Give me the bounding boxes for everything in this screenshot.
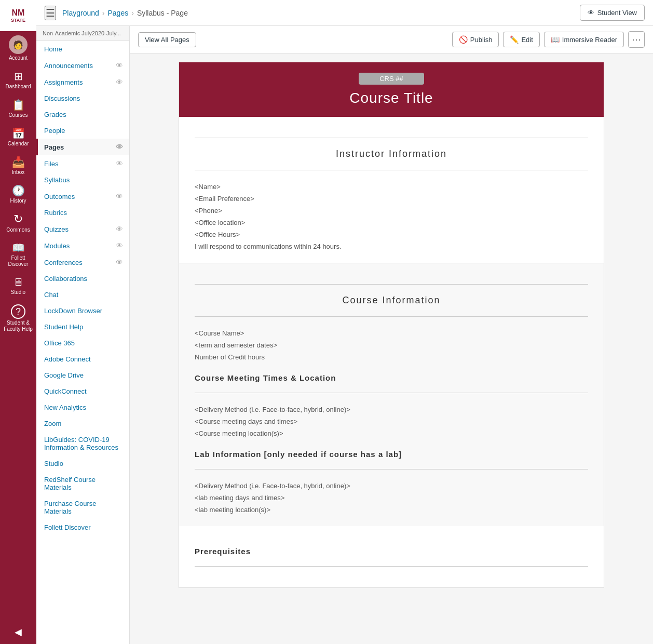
course-nav-newanalytics[interactable]: New Analytics (36, 399, 129, 415)
divider-6 (195, 469, 588, 469)
nav-label-calendar: Calendar (8, 141, 29, 147)
course-nav-zoom-label: Zoom (44, 420, 61, 427)
course-nav-announcements[interactable]: Announcements 👁 (36, 57, 129, 74)
course-nav-collaborations[interactable]: Collaborations (36, 271, 129, 287)
course-info-heading: Course Information (195, 295, 588, 306)
breadcrumb-sep-2: › (131, 9, 134, 17)
meeting-location-field: <Course meeting location(s)> (195, 427, 588, 439)
course-nav-syllabus[interactable]: Syllabus (36, 172, 129, 188)
breadcrumb-current: Syllabus - Page (137, 9, 188, 17)
course-nav-assignments-label: Assignments (44, 78, 83, 86)
nav-label-account: Account (9, 55, 28, 61)
nav-item-calendar[interactable]: 📅 Calendar (0, 123, 36, 151)
modules-visibility-icon: 👁 (116, 242, 123, 250)
course-credits-field: Number of Credit hours (195, 351, 588, 363)
nav-item-history[interactable]: 🕐 History (0, 180, 36, 208)
breadcrumb: Playground › Pages › Syllabus - Page (62, 9, 188, 17)
more-options-button[interactable]: ⋯ (628, 31, 645, 48)
history-icon: 🕐 (12, 184, 25, 197)
course-nav-follett2-label: Follett Discover (44, 524, 91, 531)
hamburger-button[interactable]: ☰ (45, 6, 56, 20)
nav-label-courses: Courses (8, 112, 28, 118)
nav-label-studio: Studio (11, 289, 25, 296)
breadcrumb-sep-1: › (102, 9, 105, 17)
course-nav-lockdown[interactable]: LockDown Browser (36, 303, 129, 319)
publish-label: Publish (470, 36, 493, 44)
page-content: CRS ## Course Title Instructor Informati… (179, 62, 604, 588)
course-nav-discussions-label: Discussions (44, 95, 80, 102)
course-nav-quickconnect[interactable]: QuickConnect (36, 383, 129, 399)
view-all-pages-label: View All Pages (145, 36, 189, 44)
breadcrumb-pages[interactable]: Pages (108, 9, 129, 17)
quizzes-visibility-icon: 👁 (116, 225, 123, 233)
course-nav-modules-label: Modules (44, 242, 70, 250)
toolbar-right: 🚫 Publish ✏️ Edit 📖 Immersive Reader ⋯ (452, 31, 645, 48)
course-nav-rubrics[interactable]: Rubrics (36, 205, 129, 221)
lab-days-field: <lab meeting days and times> (195, 492, 588, 504)
course-nav-conferences-label: Conferences (44, 259, 83, 266)
more-options-icon: ⋯ (632, 34, 641, 45)
course-nav-adobeconnect[interactable]: Adobe Connect (36, 351, 129, 367)
course-nav-purchase[interactable]: Purchase Course Materials (36, 495, 129, 519)
immersive-reader-label: Immersive Reader (562, 36, 617, 44)
top-bar: ☰ Playground › Pages › Syllabus - Page 👁… (36, 0, 653, 26)
prerequisites-heading: Prerequisites (195, 547, 588, 556)
course-nav-office365[interactable]: Office 365 (36, 335, 129, 351)
course-nav-studenthelp-label: Student Help (44, 323, 83, 331)
courses-icon: 📋 (12, 99, 25, 111)
course-nav-grades[interactable]: Grades (36, 106, 129, 123)
student-view-button[interactable]: 👁 Student View (580, 5, 645, 21)
course-nav-googledrive[interactable]: Google Drive (36, 367, 129, 383)
course-nav-pages[interactable]: Pages 👁 (36, 139, 129, 155)
view-all-pages-button[interactable]: View All Pages (138, 32, 196, 47)
course-nav-modules[interactable]: Modules 👁 (36, 237, 129, 254)
nav-item-courses[interactable]: 📋 Courses (0, 94, 36, 123)
course-nav-follett2[interactable]: Follett Discover (36, 519, 129, 535)
nav-item-account[interactable]: 🧑 Account (0, 31, 36, 65)
course-nav-studenthelp[interactable]: Student Help (36, 319, 129, 335)
nav-item-follett[interactable]: 📖 Follett Discover (0, 237, 36, 272)
edit-icon: ✏️ (510, 35, 519, 44)
nav-item-commons[interactable]: ↻ Commons (0, 208, 36, 237)
course-nav-outcomes[interactable]: Outcomes 👁 (36, 188, 129, 205)
course-nav-home-label: Home (44, 45, 62, 53)
course-nav-home[interactable]: Home (36, 41, 129, 57)
course-nav-people[interactable]: People (36, 123, 129, 139)
commons-icon: ↻ (13, 212, 23, 226)
course-nav-redshelf[interactable]: RedShelf Course Materials (36, 472, 129, 495)
nav-item-inbox[interactable]: 📥 Inbox (0, 151, 36, 180)
course-nav-studio2[interactable]: Studio (36, 455, 129, 472)
page-header: CRS ## Course Title (179, 62, 604, 117)
instructor-info-heading: Instructor Information (195, 149, 588, 159)
nav-label-help: Student & Faculty Help (2, 320, 34, 332)
course-nav-assignments[interactable]: Assignments 👁 (36, 74, 129, 90)
calendar-icon: 📅 (12, 127, 25, 140)
publish-button[interactable]: 🚫 Publish (452, 32, 499, 47)
course-nav-discussions[interactable]: Discussions (36, 90, 129, 106)
course-nav-syllabus-label: Syllabus (44, 176, 70, 184)
files-visibility-icon: 👁 (116, 159, 123, 168)
nav-collapse-button[interactable]: ◀ (0, 620, 36, 644)
pages-visibility-icon: 👁 (116, 143, 123, 151)
conferences-visibility-icon: 👁 (116, 258, 123, 266)
course-nav-conferences[interactable]: Conferences 👁 (36, 254, 129, 271)
course-term-field: <term and semester dates> (195, 339, 588, 351)
course-nav-libguides[interactable]: LibGuides: COVID-19 Information & Resour… (36, 432, 129, 455)
course-nav-files[interactable]: Files 👁 (36, 155, 129, 172)
studio-icon: 🖥 (13, 276, 23, 288)
nav-item-dashboard[interactable]: ⊞ Dashboard (0, 65, 36, 94)
course-nav-zoom[interactable]: Zoom (36, 415, 129, 432)
course-nav-quizzes[interactable]: Quizzes 👁 (36, 221, 129, 237)
nav-item-help[interactable]: ? Student & Faculty Help (0, 300, 36, 337)
breadcrumb-playground[interactable]: Playground (62, 9, 99, 17)
edit-button[interactable]: ✏️ Edit (503, 32, 539, 47)
nav-item-studio[interactable]: 🖥 Studio (0, 272, 36, 300)
instructor-response-field: I will respond to communications within … (195, 240, 588, 252)
nav-bottom: ◀ (0, 620, 36, 644)
course-nav-announcements-label: Announcements (44, 62, 93, 70)
immersive-reader-button[interactable]: 📖 Immersive Reader (544, 32, 624, 47)
course-nav-grades-label: Grades (44, 111, 66, 118)
course-nav-chat[interactable]: Chat (36, 287, 129, 303)
crs-label: CRS ## (359, 73, 424, 85)
collapse-icon: ◀ (15, 626, 22, 638)
